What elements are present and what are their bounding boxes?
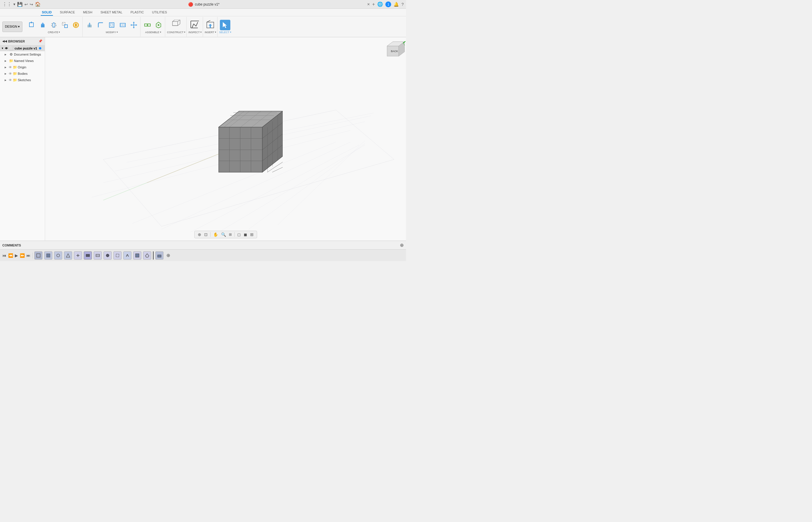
fit-button[interactable]: ⊡ (203, 232, 209, 237)
view-cube[interactable]: BACK (386, 40, 403, 58)
timeline-end-button[interactable]: ⏭ (26, 253, 30, 258)
inspect-button[interactable] (190, 20, 200, 30)
tree-label: Document Settings (14, 53, 41, 56)
tab-plastic[interactable]: PLASTIC (129, 9, 145, 16)
joint-button[interactable] (142, 20, 153, 30)
tab-solid[interactable]: SOLID (41, 9, 53, 16)
timeline-item[interactable] (113, 252, 122, 260)
visibility-icon[interactable]: 👁 (9, 65, 12, 69)
tab-utilities[interactable]: UTILITIES (151, 9, 168, 16)
add-comment-button[interactable]: ⊕ (400, 242, 404, 248)
pan-button[interactable]: ✋ (212, 232, 219, 237)
document-title: cube puzzle v1* (195, 2, 220, 6)
timeline-item[interactable] (93, 252, 102, 260)
orbit-button[interactable]: ⊕ (197, 232, 202, 237)
svg-marker-46 (209, 24, 212, 28)
timeline-play-button[interactable]: ▶ (15, 253, 18, 258)
shell-button[interactable] (106, 20, 117, 30)
save-button[interactable]: 💾 (17, 2, 23, 7)
timeline-next-button[interactable]: ⏩ (20, 253, 25, 258)
tree-label: Bodies (18, 72, 28, 75)
timeline-item[interactable] (123, 252, 131, 260)
grid-button[interactable]: ⊞ (249, 232, 254, 237)
fillet-button[interactable] (96, 20, 106, 30)
zoom-window-button[interactable]: ⊞ (228, 232, 233, 237)
modify-label[interactable]: MODIFY ▾ (106, 31, 118, 34)
home-button[interactable]: 🏠 (35, 1, 41, 7)
help-icon[interactable]: ? (401, 2, 404, 7)
svg-point-31 (158, 24, 159, 26)
timeline-start-button[interactable]: ⏮ (2, 253, 6, 258)
revolve-button[interactable] (48, 20, 59, 30)
timeline-prev-button[interactable]: ⏪ (8, 253, 13, 258)
scale-button[interactable] (60, 20, 70, 30)
timeline-item[interactable] (54, 252, 62, 260)
select-label[interactable]: SELECT ▾ (219, 31, 231, 34)
top-right-icons: ✕ + 🌐 1 🔔 ? (367, 1, 404, 7)
insert-label[interactable]: INSERT ▾ (205, 31, 216, 34)
close-tab-button[interactable]: ✕ (367, 2, 370, 6)
visibility-icon[interactable]: 👁 (9, 72, 12, 75)
timeline-item[interactable] (143, 252, 151, 260)
press-pull-button[interactable] (84, 20, 95, 30)
move-button[interactable] (128, 20, 139, 30)
inspect-group: INSPECT ▾ (187, 17, 203, 37)
root-item[interactable]: ▼ 👁 ⬜ cube puzzle v1 (0, 45, 45, 51)
timeline-item[interactable] (133, 252, 141, 260)
tree-item-sketches[interactable]: ▶ 👁 📁 Sketches (0, 77, 45, 83)
timeline-item[interactable] (34, 252, 42, 260)
timeline-item[interactable] (74, 252, 82, 260)
timeline-item[interactable] (104, 252, 112, 260)
svg-line-47 (207, 20, 210, 22)
split-body-button[interactable] (118, 20, 128, 30)
tree-label: Sketches (18, 78, 31, 82)
sidebar: ◀◀ BROWSER 📌 ▼ 👁 ⬜ cube puzzle v1 ▶ ⚙ Do… (0, 37, 45, 241)
root-eye-icon[interactable]: 👁 (5, 47, 8, 50)
tree-item-bodies[interactable]: ▶ 👁 📁 Bodies (0, 71, 45, 77)
tree-item-doc-settings[interactable]: ▶ ⚙ Document Settings (0, 51, 45, 58)
svg-point-6 (53, 23, 55, 27)
timeline-item[interactable] (64, 252, 72, 260)
construct-label[interactable]: CONSTRUCT ▾ (167, 31, 185, 34)
svg-rect-3 (41, 24, 44, 27)
collapse-icon[interactable]: ◀◀ (2, 40, 7, 43)
tab-mesh[interactable]: MESH (82, 9, 93, 16)
file-menu-icon[interactable]: ▾ (13, 2, 16, 6)
tree-item-named-views[interactable]: ▶ 📁 Named Views (0, 58, 45, 64)
display-mode-button[interactable]: ◻ (236, 232, 242, 237)
undo-button[interactable]: ↩ (24, 2, 28, 7)
redo-button[interactable]: ↪ (30, 2, 33, 7)
tree-item-origin[interactable]: ▶ 👁 📁 Origin (0, 64, 45, 71)
user-badge[interactable]: 1 (386, 1, 391, 7)
create-label[interactable]: CREATE ▾ (48, 31, 60, 34)
pin-button[interactable]: 📌 (38, 39, 42, 43)
svg-marker-23 (133, 22, 134, 23)
effects-button[interactable]: ◼ (243, 232, 248, 237)
timeline-settings-button[interactable]: ⊕ (166, 253, 170, 258)
assemble-label[interactable]: ASSEMBLE ▾ (145, 31, 161, 34)
viewport[interactable]: BACK ⊕ ⊡ ✋ 🔍 ⊞ ◻ ◼ ⊞ (45, 37, 406, 241)
svg-rect-98 (46, 254, 50, 257)
design-dropdown-button[interactable]: DESIGN ▾ (2, 22, 22, 32)
select-button[interactable] (220, 20, 230, 30)
sphere-button[interactable] (71, 20, 81, 30)
inspect-label[interactable]: INSPECT ▾ (188, 31, 202, 34)
timeline-item[interactable] (44, 252, 53, 260)
assemble-button[interactable] (153, 20, 164, 30)
grid-menu-icon[interactable]: ⋮⋮ (2, 1, 12, 7)
tree-label: Origin (18, 65, 26, 69)
notification-icon[interactable]: 🔔 (394, 2, 399, 7)
new-component-button[interactable] (26, 20, 37, 30)
construct-group: CONSTRUCT ▾ (166, 17, 187, 37)
timeline-item[interactable] (155, 252, 163, 260)
insert-button[interactable] (205, 20, 215, 30)
visibility-icon[interactable]: 👁 (9, 78, 12, 82)
tab-sheet-metal[interactable]: SHEET METAL (99, 9, 123, 16)
timeline-item[interactable] (84, 252, 92, 260)
zoom-button[interactable]: 🔍 (220, 232, 227, 237)
add-tab-button[interactable]: + (372, 2, 375, 7)
tab-surface[interactable]: SURFACE (59, 9, 76, 16)
extrude-button[interactable] (38, 20, 48, 30)
top-bar: ⋮⋮ ▾ 💾 ↩ ↪ 🏠 🔴 cube puzzle v1* ✕ + 🌐 1 🔔… (0, 0, 406, 9)
construct-button[interactable] (171, 20, 181, 30)
